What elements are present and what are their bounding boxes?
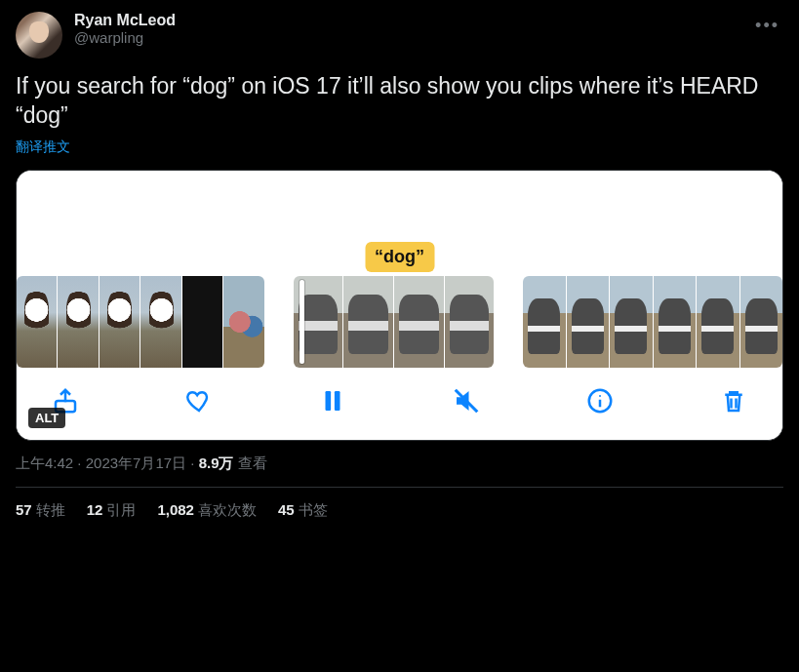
media-card: “dog” [16, 170, 783, 441]
thumbnail [697, 276, 739, 368]
tweet-date[interactable]: 2023年7月17日 [86, 455, 186, 471]
thumbnail [445, 276, 495, 368]
info-icon[interactable] [584, 385, 616, 416]
search-chip: “dog” [365, 242, 434, 272]
more-icon[interactable]: ••• [751, 12, 783, 40]
mute-icon[interactable] [451, 385, 482, 416]
divider [16, 487, 783, 488]
thumbnail [17, 276, 57, 368]
svg-rect-1 [326, 391, 332, 411]
views-label: 查看 [234, 455, 267, 471]
thumbnail [223, 276, 263, 368]
svg-rect-2 [335, 391, 340, 411]
media-toolbar [17, 368, 782, 440]
thumbnail [394, 276, 444, 368]
tweet-stats: 57转推 12引用 1,082喜欢次数 45书签 [16, 501, 783, 520]
tweet-time[interactable]: 上午4:42 [16, 455, 73, 471]
thumbnail [343, 276, 393, 368]
thumbnail [567, 276, 609, 368]
playhead[interactable] [300, 280, 304, 364]
retweets-stat[interactable]: 57转推 [16, 501, 65, 520]
pause-icon[interactable] [317, 385, 348, 416]
display-name: Ryan McLeod [74, 12, 739, 29]
alt-badge[interactable]: ALT [28, 408, 65, 428]
quotes-stat[interactable]: 12引用 [87, 501, 137, 520]
views-count: 8.9万 [199, 455, 234, 471]
bookmarks-stat[interactable]: 45书签 [278, 501, 328, 520]
thumbnail [182, 276, 222, 368]
heart-icon[interactable] [183, 385, 215, 416]
tweet-meta: 上午4:42 · 2023年7月17日 · 8.9万 查看 [16, 455, 783, 473]
thumbnail [610, 276, 652, 368]
video-timeline[interactable] [17, 276, 782, 368]
thumbnail [58, 276, 98, 368]
likes-stat[interactable]: 1,082喜欢次数 [157, 501, 257, 520]
avatar[interactable] [16, 12, 62, 59]
user-block[interactable]: Ryan McLeod @warpling [74, 12, 739, 46]
clip-group-3[interactable] [523, 276, 782, 368]
media-top: “dog” [17, 171, 782, 276]
translate-link[interactable]: 翻译推文 [16, 138, 70, 156]
clip-group-1[interactable] [17, 276, 264, 368]
user-handle: @warpling [74, 29, 739, 46]
thumbnail [523, 276, 565, 368]
tweet-text: If you search for “dog” on iOS 17 it’ll … [16, 72, 783, 131]
clip-group-2[interactable] [294, 276, 494, 368]
thumbnail [654, 276, 696, 368]
thumbnail [140, 276, 180, 368]
thumbnail [740, 276, 782, 368]
svg-point-5 [599, 395, 601, 397]
tweet-container: Ryan McLeod @warpling ••• If you search … [0, 0, 799, 532]
thumbnail [100, 276, 140, 368]
tweet-header: Ryan McLeod @warpling ••• [16, 12, 783, 59]
trash-icon[interactable] [718, 385, 749, 416]
